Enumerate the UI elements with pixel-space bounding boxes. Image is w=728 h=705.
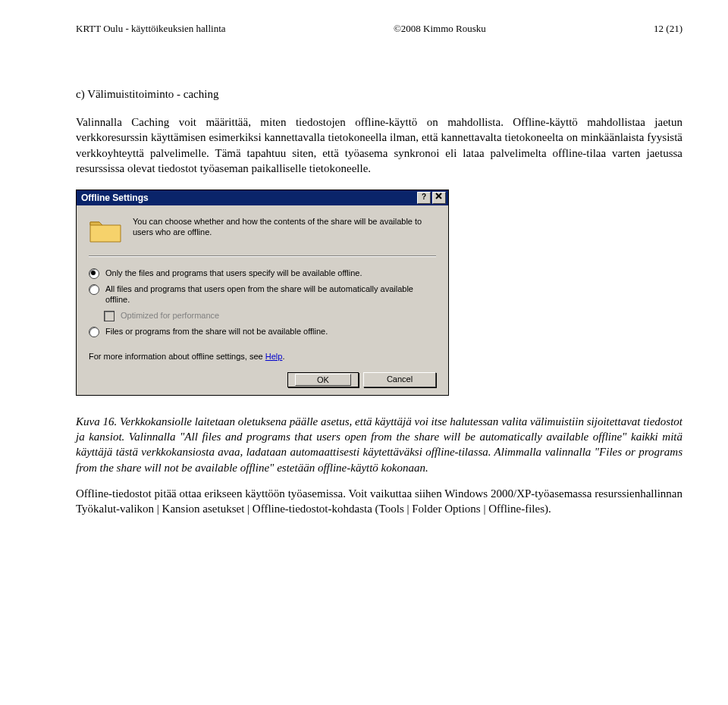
caption-label: Kuva 16. xyxy=(76,415,117,428)
close-button[interactable] xyxy=(432,192,446,204)
help-prefix: For more information about offline setti… xyxy=(89,352,265,361)
radio-option-1-label: Only the files and programs that users s… xyxy=(105,268,362,278)
help-button[interactable]: ? xyxy=(417,192,431,204)
dialog-button-row: OK Cancel xyxy=(89,372,436,387)
header-right: 12 (21) xyxy=(654,23,682,35)
checkbox-optimize: Optimized for performance xyxy=(104,310,436,321)
figure-caption: Kuva 16. Verkkokansiolle laitetaan oletu… xyxy=(76,414,682,475)
close-icon xyxy=(435,193,443,200)
radio-option-1[interactable]: Only the files and programs that users s… xyxy=(89,268,436,279)
folder-icon xyxy=(89,216,122,243)
dialog-body: You can choose whether and how the conte… xyxy=(77,205,448,395)
paragraph-1: Valinnalla Caching voit määrittää, miten… xyxy=(76,114,682,176)
cancel-button[interactable]: Cancel xyxy=(363,372,436,387)
radio-icon xyxy=(89,268,99,279)
radio-icon xyxy=(89,284,99,295)
dialog-titlebar: Offline Settings ? xyxy=(77,190,448,205)
svg-marker-3 xyxy=(90,222,102,225)
radio-option-2[interactable]: All files and programs that users open f… xyxy=(89,284,436,306)
dialog-intro: You can choose whether and how the conte… xyxy=(133,216,436,238)
header-left: KRTT Oulu - käyttöikeuksien hallinta xyxy=(76,23,226,35)
help-link[interactable]: Help xyxy=(265,352,283,361)
divider xyxy=(89,255,436,257)
dialog-help-line: For more information about offline setti… xyxy=(89,351,436,362)
titlebar-buttons: ? xyxy=(417,192,446,204)
paragraph-3: Offline-tiedostot pitää ottaa erikseen k… xyxy=(76,486,682,517)
header-center: ©2008 Kimmo Rousku xyxy=(394,23,486,35)
dialog-title: Offline Settings xyxy=(81,193,149,203)
checkbox-optimize-label: Optimized for performance xyxy=(121,310,219,321)
page-header: KRTT Oulu - käyttöikeuksien hallinta ©20… xyxy=(76,23,682,35)
radio-icon xyxy=(89,327,99,337)
radio-option-3[interactable]: Files or programs from the share will no… xyxy=(89,326,436,337)
radio-option-3-label: Files or programs from the share will no… xyxy=(105,326,328,337)
caption-body: Verkkokansiolle laitetaan oletuksena pää… xyxy=(76,415,682,474)
ok-button[interactable]: OK xyxy=(287,372,359,387)
section-title: c) Välimuistitoiminto - caching xyxy=(76,88,682,101)
offline-settings-dialog: Offline Settings ? You can choose whethe… xyxy=(76,190,449,396)
checkbox-icon xyxy=(104,311,115,321)
help-suffix: . xyxy=(282,352,284,361)
radio-option-2-label: All files and programs that users open f… xyxy=(105,284,436,306)
